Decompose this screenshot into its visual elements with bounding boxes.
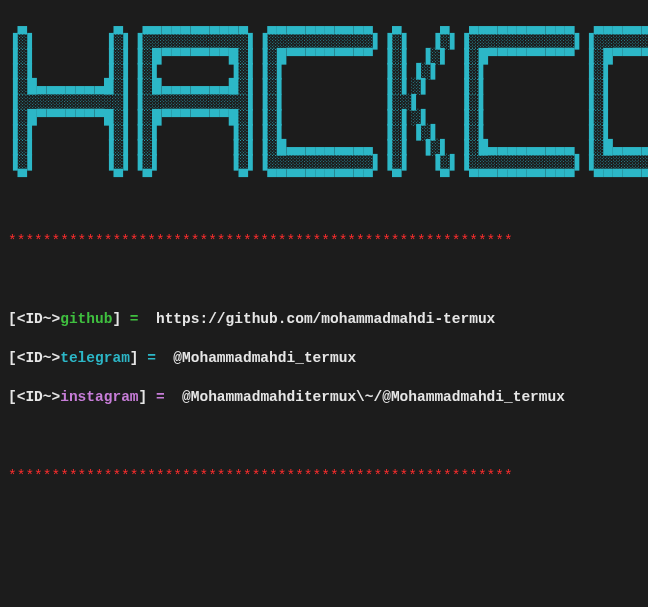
info-github: [<ID~>github] = https://github.com/moham… — [8, 310, 640, 330]
info-telegram: [<ID~>telegram] = @Mohammadmahdi_termux — [8, 349, 640, 369]
terminal-output: ▄ ▄ ▄▄▄▄▄▄▄▄▄▄▄ ▄▄▄▄▄▄▄▄▄▄▄ ▄ ▄ ▄▄▄▄▄▄▄▄… — [0, 0, 648, 607]
ascii-banner: ▄ ▄ ▄▄▄▄▄▄▄▄▄▄▄ ▄▄▄▄▄▄▄▄▄▄▄ ▄ ▄ ▄▄▄▄▄▄▄▄… — [8, 20, 640, 187]
divider-bottom: ****************************************… — [8, 467, 640, 487]
info-instagram: [<ID~>instagram] = @Mohammadmahditermux\… — [8, 388, 640, 408]
divider-top: ****************************************… — [8, 232, 640, 252]
